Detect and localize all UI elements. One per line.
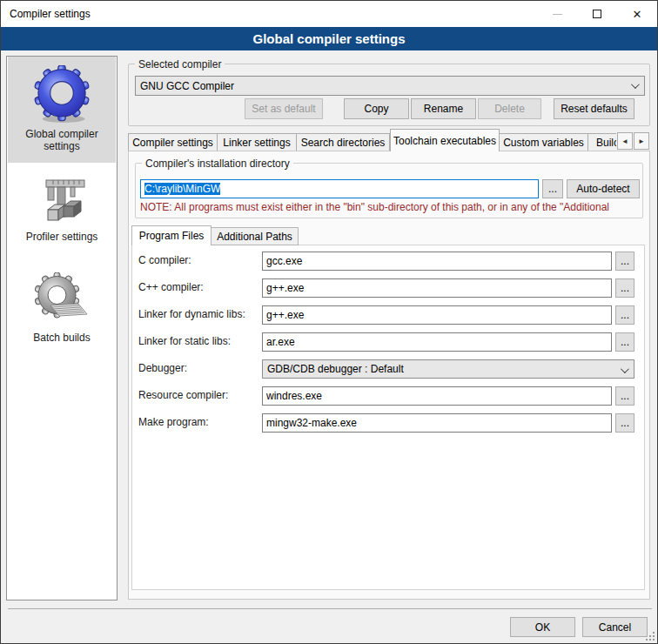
close-icon: ✕ xyxy=(633,9,642,20)
dynamic-linker-label: Linker for dynamic libs: xyxy=(138,308,245,320)
compiler-settings-dialog: Compiler settings ✕ Global compiler sett… xyxy=(0,0,658,644)
tab-build-options[interactable]: Builc xyxy=(588,133,616,151)
resource-compiler-input[interactable] xyxy=(262,386,612,406)
program-files-tab-strip: Program Files Additional Paths xyxy=(131,225,299,245)
make-program-label: Make program: xyxy=(138,416,209,428)
tab-program-files[interactable]: Program Files xyxy=(131,225,212,245)
install-dir-input[interactable]: C:\raylib\MinGW xyxy=(140,179,539,198)
maximize-button[interactable] xyxy=(577,1,617,27)
settings-tab-strip: Compiler settings Linker settings Search… xyxy=(128,129,616,151)
cpp-compiler-label: C++ compiler: xyxy=(138,281,204,293)
install-dir-browse-button[interactable]: ... xyxy=(542,179,563,198)
sidebar-item-label: Profiler settings xyxy=(8,229,116,248)
title-bar: Compiler settings ✕ xyxy=(1,1,657,27)
static-linker-input[interactable] xyxy=(262,332,612,352)
cancel-button[interactable]: Cancel xyxy=(582,617,648,637)
maximize-icon xyxy=(593,10,601,18)
gear-stack-icon xyxy=(33,272,91,328)
resource-compiler-label: Resource compiler: xyxy=(138,389,228,401)
resource-compiler-browse-button[interactable]: ... xyxy=(615,386,634,406)
copy-button[interactable]: Copy xyxy=(344,98,409,119)
install-dir-selected-text: C:\raylib\MinGW xyxy=(144,183,220,195)
tab-scroll-right-button[interactable]: ► xyxy=(634,132,649,150)
auto-detect-button[interactable]: Auto-detect xyxy=(567,179,640,198)
tab-search-directories[interactable]: Search directories xyxy=(297,133,390,151)
caliper-icon xyxy=(34,173,90,227)
set-as-default-button[interactable]: Set as default xyxy=(245,98,323,119)
reset-defaults-button[interactable]: Reset defaults xyxy=(554,98,634,119)
debugger-select-value: GDB/CDB debugger : Default xyxy=(267,363,404,375)
minimize-icon xyxy=(553,14,562,15)
dynamic-linker-input[interactable] xyxy=(262,305,612,325)
compiler-select-value: GNU GCC Compiler xyxy=(140,80,234,92)
sidebar-item-label: Global compiler settings xyxy=(8,126,116,158)
footer-divider xyxy=(8,608,652,609)
chevron-down-icon xyxy=(621,365,629,373)
rename-button[interactable]: Rename xyxy=(411,98,476,119)
blue-gear-icon xyxy=(32,65,91,124)
debugger-label: Debugger: xyxy=(138,362,187,374)
tab-custom-variables[interactable]: Custom variables xyxy=(500,133,588,151)
static-linker-browse-button[interactable]: ... xyxy=(615,332,634,352)
c-compiler-browse-button[interactable]: ... xyxy=(615,252,634,271)
settings-category-list: Global compiler settings xyxy=(6,56,118,600)
selected-compiler-group-label: Selected compiler xyxy=(135,58,225,70)
debugger-select[interactable]: GDB/CDB debugger : Default xyxy=(262,359,634,379)
tab-compiler-settings[interactable]: Compiler settings xyxy=(128,133,218,151)
dynamic-linker-browse-button[interactable]: ... xyxy=(615,305,634,325)
sidebar-item-batch-builds[interactable]: Batch builds xyxy=(8,264,116,368)
sidebar-item-profiler-settings[interactable]: Profiler settings xyxy=(8,164,116,262)
compiler-select[interactable]: GNU GCC Compiler xyxy=(135,76,645,96)
tab-toolchain-executables[interactable]: Toolchain executables xyxy=(390,129,500,151)
resize-grip-icon[interactable] xyxy=(646,632,655,641)
c-compiler-input[interactable] xyxy=(262,252,612,271)
cpp-compiler-browse-button[interactable]: ... xyxy=(615,278,634,298)
cpp-compiler-input[interactable] xyxy=(262,278,612,298)
sidebar-item-global-compiler-settings[interactable]: Global compiler settings xyxy=(8,57,116,163)
tab-additional-paths[interactable]: Additional Paths xyxy=(212,227,299,245)
install-dir-group-label: Compiler's installation directory xyxy=(142,158,293,170)
install-dir-note: NOTE: All programs must exist either in … xyxy=(140,201,641,213)
page-title: Global compiler settings xyxy=(252,31,405,46)
sidebar-item-label: Batch builds xyxy=(8,330,116,349)
tab-linker-settings[interactable]: Linker settings xyxy=(218,133,297,151)
make-program-input[interactable] xyxy=(262,413,612,433)
tab-scroll-left-button[interactable]: ◄ xyxy=(617,132,633,150)
chevron-down-icon xyxy=(631,80,640,89)
window-title: Compiler settings xyxy=(10,1,91,27)
ok-button[interactable]: OK xyxy=(510,617,575,637)
delete-button[interactable]: Delete xyxy=(478,98,541,119)
minimize-button[interactable] xyxy=(537,1,577,27)
close-button[interactable]: ✕ xyxy=(617,1,657,27)
c-compiler-label: C compiler: xyxy=(138,254,191,266)
make-program-browse-button[interactable]: ... xyxy=(615,413,634,433)
static-linker-label: Linker for static libs: xyxy=(138,335,231,347)
dialog-header: Global compiler settings xyxy=(1,27,657,50)
